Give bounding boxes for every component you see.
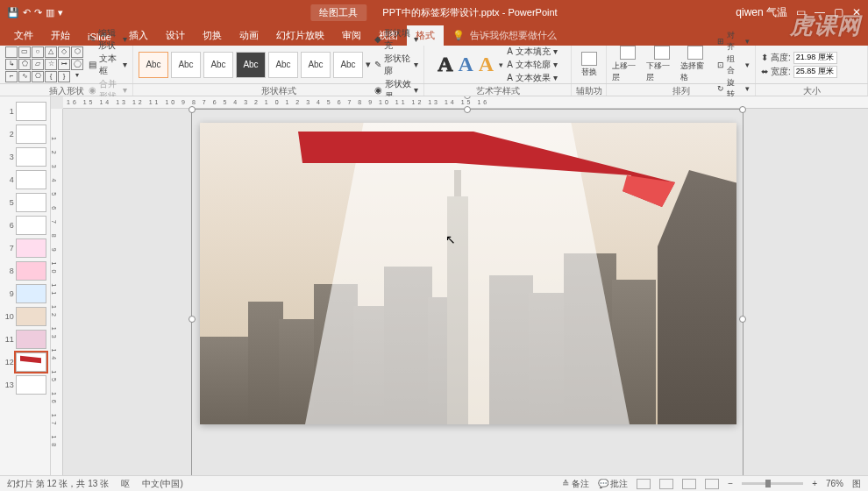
style-preset[interactable]: Abc [333,52,363,78]
tab-file[interactable]: 文件 [5,25,42,46]
slide-thumbnail[interactable]: 2 [0,123,50,146]
wordart-gallery[interactable]: A A A ▾ [438,53,503,76]
resize-handle[interactable] [189,316,196,323]
slide-thumbnail[interactable]: 13 [0,374,50,396]
text-fill-button[interactable]: A文本填充▾ [507,46,558,58]
style-preset[interactable]: Abc [301,52,331,78]
style-preset[interactable]: Abc [236,52,266,78]
textbox-button[interactable]: ▤文本框▾ [89,53,127,77]
maximize-icon[interactable]: ▢ [834,6,843,18]
titlebar: 💾 ↶ ↷ ▥ ▾ 绘图工具 PPT中的标签彩带设计.pptx - PowerP… [0,0,868,25]
ribbon-options-icon[interactable]: ▭ [796,6,806,18]
slide-thumbnail[interactable]: 3 [0,146,50,168]
height-input[interactable] [793,52,837,64]
tab-home[interactable]: 开始 [42,25,79,46]
height-control[interactable]: ⬍ 高度: [761,52,862,64]
comments-button[interactable]: 💬 批注 [598,478,629,490]
user-name[interactable]: qiwen 气温 [736,5,787,20]
normal-view-icon[interactable] [637,479,651,489]
thumb-preview [16,330,46,349]
slide-thumbnail[interactable]: 9 [0,282,50,305]
alt-text-button[interactable]: 替换 [577,52,601,78]
slide-thumbnail[interactable]: 5 [0,191,50,214]
slide-thumbnail[interactable]: 12 [0,351,50,374]
thumb-number: 5 [4,198,14,207]
slide-thumbnail[interactable]: 4 [0,168,50,191]
zoom-level[interactable]: 76% [826,479,843,488]
edit-shape-button[interactable]: ✎编辑形状▾ [89,27,127,52]
shapes-gallery[interactable]: ▭○△◇⬡ ↳⬠▱☆↦◯ ⌐∿⎔{}▾ [5,46,83,82]
text-outline-button[interactable]: A文本轮廓▾ [507,59,558,71]
thumb-preview [16,102,46,121]
slide-thumbnail[interactable]: 7 [0,237,50,260]
undo-icon[interactable]: ↶ [23,7,31,18]
shape-fill-button[interactable]: ◆形状填充▾ [374,27,418,52]
slide-thumbnail[interactable]: 1 [0,100,50,123]
group-shape-styles: Abc Abc Abc Abc Abc Abc Abc ▾ ◆形状填充▾ ✎形状… [133,46,424,83]
gallery-more-icon[interactable]: ▾ [499,60,503,69]
close-icon[interactable]: ✕ [852,6,861,18]
slide-thumbnails-panel[interactable]: 12345678910111213 [0,96,51,475]
zoom-slider[interactable] [742,482,803,485]
tab-transitions[interactable]: 切换 [194,25,231,46]
gallery-more-icon[interactable]: ▾ [366,59,371,70]
slide-thumbnail[interactable]: 10 [0,305,50,328]
shape-outline-button[interactable]: ✎形状轮廓▾ [374,53,418,77]
spellcheck-icon[interactable]: 呕 [121,478,130,490]
tab-slideshow[interactable]: 幻灯片放映 [267,25,333,46]
thumb-number: 13 [4,381,14,389]
start-slideshow-icon[interactable]: ▥ [46,7,54,18]
style-preset[interactable]: Abc [139,52,168,78]
svg-marker-1 [623,175,675,207]
fit-to-window-icon[interactable]: 图 [852,478,861,490]
width-control[interactable]: ⬌ 宽度: [761,66,862,78]
style-preset[interactable]: Abc [171,52,201,78]
zoom-in-icon[interactable]: + [812,479,817,488]
red-ribbon-shape[interactable] [298,130,684,209]
slide-thumbnail[interactable]: 6 [0,214,50,237]
tab-animations[interactable]: 动画 [231,25,267,46]
tab-review[interactable]: 审阅 [333,25,370,46]
text-effects-button[interactable]: A文本效果▾ [507,72,558,84]
wordart-preset[interactable]: A [479,53,494,76]
style-preset[interactable]: Abc [203,52,233,78]
group-icon: ⊡ [717,60,724,69]
statusbar: 幻灯片 第 12 张，共 13 张 呕 中文(中国) ≙ 备注 💬 批注 − +… [0,475,868,491]
wordart-preset[interactable]: A [458,53,473,76]
align-button[interactable]: ⊞对齐▾ [717,30,750,53]
qat-more-icon[interactable]: ▾ [58,7,63,18]
slide-counter[interactable]: 幻灯片 第 12 张，共 13 张 [7,478,109,490]
reading-view-icon[interactable] [682,479,696,489]
slide-thumbnail[interactable]: 8 [0,260,50,282]
group-size: ⬍ 高度: ⬌ 宽度: [756,46,868,83]
text-effects-icon: A [507,73,513,82]
thumb-preview [16,284,46,303]
minimize-icon[interactable]: ― [815,6,825,18]
canvas-area[interactable]: 16 15 14 13 12 11 10 9 8 7 6 5 4 3 2 1 0… [51,96,868,475]
quick-access-toolbar: 💾 ↶ ↷ ▥ ▾ [0,7,70,18]
group-button[interactable]: ⊡组合▾ [717,53,750,76]
tab-design[interactable]: 设计 [157,25,194,46]
wordart-preset[interactable]: A [438,53,452,76]
selection-pane-button[interactable]: 选择窗格 [680,46,712,83]
slide-thumbnail[interactable]: 11 [0,328,50,351]
resize-handle[interactable] [739,316,746,323]
sorter-view-icon[interactable] [659,479,673,489]
save-icon[interactable]: 💾 [7,7,19,18]
slideshow-view-icon[interactable] [705,479,719,489]
language-indicator[interactable]: 中文(中国) [142,478,183,490]
redo-icon[interactable]: ↷ [34,7,42,18]
slide-canvas[interactable] [200,123,736,424]
tell-me-search[interactable]: 💡 告诉我你想要做什么 [444,25,868,46]
bring-forward-icon [620,46,636,60]
send-backward-button[interactable]: 下移一层 [646,46,678,83]
style-preset[interactable]: Abc [268,52,298,78]
notes-button[interactable]: ≙ 备注 [562,478,589,490]
thumb-number: 7 [4,244,14,253]
shape-style-gallery[interactable]: Abc Abc Abc Abc Abc Abc Abc ▾ [139,52,371,78]
thumb-number: 11 [4,335,14,344]
width-input[interactable] [793,66,837,78]
ribbon: ▭○△◇⬡ ↳⬠▱☆↦◯ ⌐∿⎔{}▾ ✎编辑形状▾ ▤文本框▾ ◉合并形状▾ … [0,46,868,84]
zoom-out-icon[interactable]: − [728,479,733,488]
bring-forward-button[interactable]: 上移一层 [612,46,644,83]
